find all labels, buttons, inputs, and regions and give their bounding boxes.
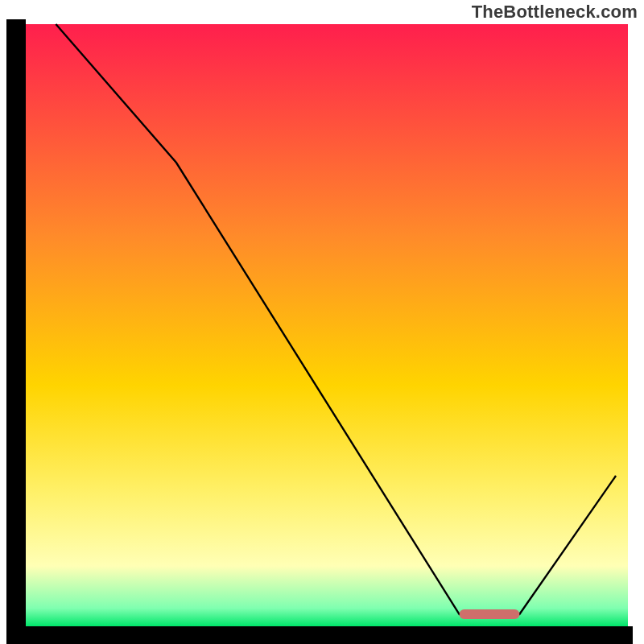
chart-container: TheBottleneck.com xyxy=(0,0,644,644)
chart-svg xyxy=(0,0,644,644)
y-axis xyxy=(6,19,26,644)
x-axis xyxy=(6,626,633,644)
plot-background xyxy=(26,24,628,626)
watermark-text: TheBottleneck.com xyxy=(472,2,638,23)
target-marker xyxy=(460,609,520,619)
